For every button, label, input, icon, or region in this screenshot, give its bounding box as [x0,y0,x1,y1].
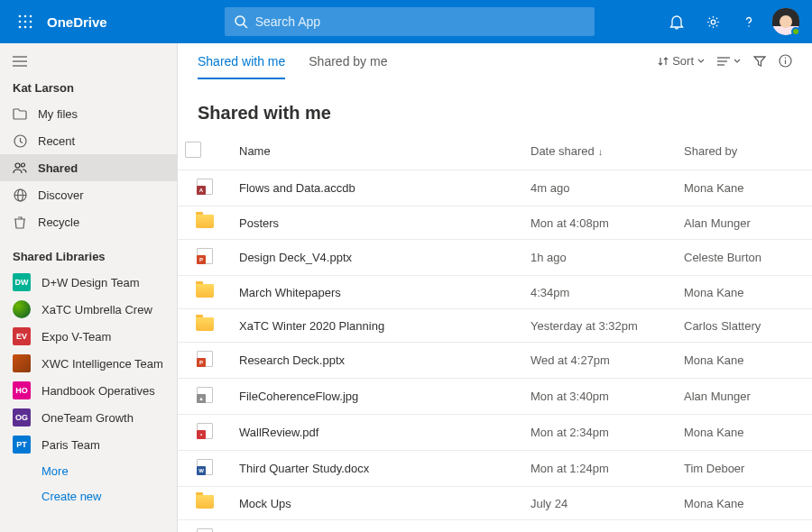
col-by[interactable]: Shared by [677,133,812,170]
tab-shared-by-me[interactable]: Shared by me [309,43,387,79]
svg-point-18 [22,163,25,167]
library-item[interactable]: HOHandbook Operatives [0,377,177,404]
globe-icon [13,188,27,202]
nav-label: Shared [38,161,78,175]
file-by: Alan Munger [677,206,812,240]
file-icon-cell [178,276,232,309]
file-icon-cell: ▪ [178,415,232,451]
svg-point-3 [19,21,22,23]
info-button[interactable] [779,54,792,68]
file-by: Tim Deboer [677,451,812,487]
more-link[interactable]: More [0,458,177,483]
file-date: Wed at 4:27pm [523,343,677,379]
library-label: OneTeam Growth [42,411,134,425]
folder-icon [196,284,214,298]
svg-point-4 [24,21,27,23]
sidebar-item-recent[interactable]: Recent [0,127,177,154]
library-chip: PT [13,436,31,454]
file-by: Celeste Burton [677,240,812,276]
file-icon-cell [178,309,232,343]
clock-icon [13,133,27,148]
library-item[interactable]: XaTC Umbrella Crew [0,296,177,323]
svg-point-6 [19,26,22,29]
file-by: Mona Kane [677,343,812,379]
col-date[interactable]: Date shared↓ [523,133,677,170]
sidebar-item-my-files[interactable]: My files [0,100,177,127]
nav-label: Recycle [38,216,79,229]
sidebar-item-recycle[interactable]: Recycle [0,208,177,235]
search-input[interactable] [255,14,586,29]
table-row[interactable]: AFlows and Data.accdb4m agoMona Kane [178,170,812,206]
sidebar-item-shared[interactable]: Shared [0,154,177,181]
library-label: Paris Team [42,438,100,452]
folder-icon [196,215,214,228]
search-icon [234,14,248,29]
table-row[interactable]: ▲FileCoherenceFlow.jpgMon at 3:40pmAlan … [178,379,812,415]
file-icon-cell: A [178,170,232,206]
create-new-link[interactable]: Create new [0,483,177,509]
library-item[interactable]: PTParis Team [0,431,177,458]
file-date: Mon at 1:24pm [523,451,677,487]
people-icon [13,161,27,175]
main-content: Shared with meShared by me Sort [178,43,812,532]
table-row[interactable]: PUeoD Transition Animation.movJuly 23Cel… [178,520,812,533]
table-row[interactable]: XaTC Winter 2020 PlanningYesterday at 3:… [178,309,812,343]
table-row[interactable]: WThird Quarter Study.docxMon at 1:24pmTi… [178,451,812,487]
file-icon [185,142,201,158]
file-icon-cell: ▲ [178,379,232,415]
library-item[interactable]: OGOneTeam Growth [0,404,177,431]
mov-icon: P [197,528,213,532]
view-options-button[interactable] [717,57,741,66]
library-item[interactable]: EVExpo V-Team [0,323,177,350]
library-label: D+W Design Team [42,276,140,289]
svg-point-2 [30,15,32,18]
file-name: Mock Ups [232,487,523,520]
hamburger-icon[interactable] [0,50,177,76]
help-icon[interactable] [731,4,767,40]
svg-point-7 [24,26,27,29]
shared-libraries-heading: Shared Libraries [0,235,177,269]
svg-point-11 [711,20,715,24]
table-row[interactable]: PostersMon at 4:08pmAlan Munger [178,206,812,240]
pptx-icon: P [197,248,213,264]
library-chip: HO [13,381,31,399]
svg-point-9 [235,16,245,25]
col-icon[interactable] [178,133,232,170]
page-title: Shared with me [178,79,812,133]
settings-icon[interactable] [695,4,731,40]
tab-shared-with-me[interactable]: Shared with me [198,43,285,79]
svg-point-12 [748,25,750,27]
table-row[interactable]: Mock UpsJuly 24Mona Kane [178,487,812,520]
library-item[interactable]: DWD+W Design Team [0,269,177,296]
svg-point-1 [24,15,27,18]
list-icon [717,57,730,66]
avatar[interactable] [772,8,799,35]
filter-button[interactable] [753,55,766,68]
sidebar-item-discover[interactable]: Discover [0,181,177,208]
file-by: Mona Kane [677,276,812,309]
topbar: OneDrive [0,0,812,43]
notifications-icon[interactable] [659,4,695,40]
library-chip [13,300,31,318]
pdf-icon: ▪ [197,423,213,439]
chevron-down-icon [697,59,705,63]
table-row[interactable]: PDesign Deck_V4.pptx1h agoCeleste Burton [178,240,812,276]
file-name: Research Deck.pptx [232,343,523,379]
nav-label: Recent [38,134,75,148]
sort-button[interactable]: Sort [658,54,705,68]
col-name[interactable]: Name [232,133,523,170]
file-by: Carlos Slattery [677,309,812,343]
search-box[interactable] [225,7,595,36]
file-icon-cell: P [178,240,232,276]
file-icon-cell: P [178,520,232,533]
library-item[interactable]: XWC Intelligence Team [0,350,177,377]
accdb-icon: A [197,179,213,195]
svg-point-5 [30,21,32,23]
table-row[interactable]: ▪WallReview.pdfMon at 2:34pmMona Kane [178,415,812,451]
table-row[interactable]: March Whitepapers4:34pmMona Kane [178,276,812,309]
file-icon-cell: W [178,451,232,487]
file-date: 4m ago [523,170,677,206]
app-launcher-icon[interactable] [7,4,43,40]
table-row[interactable]: PResearch Deck.pptxWed at 4:27pmMona Kan… [178,343,812,379]
library-label: XaTC Umbrella Crew [42,303,152,316]
